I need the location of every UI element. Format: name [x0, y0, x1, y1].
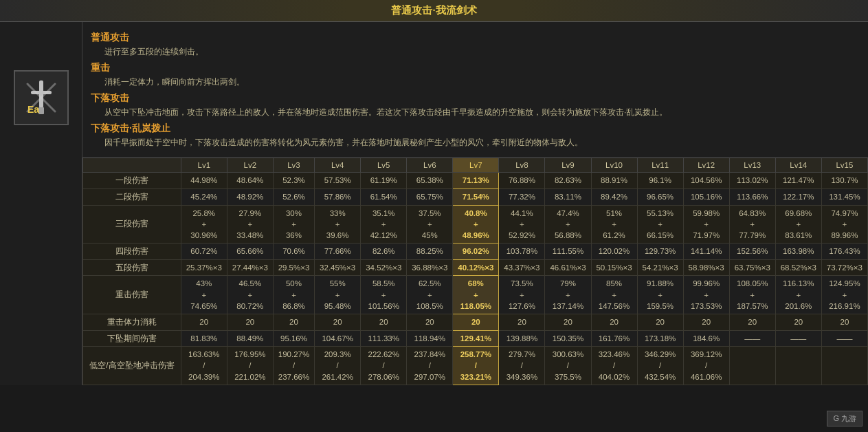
col-header-lv2: Lv2: [227, 158, 273, 173]
table-row: 重击体力消耗202020202020202020202020202020: [83, 314, 868, 330]
section-charged-desc: 消耗一定体力，瞬间向前方挥出两剑。: [104, 76, 860, 88]
cell-r6-c9: 20: [591, 314, 637, 330]
right-panel: 普通攻击 进行至多五段的连续剑击。 重击 消耗一定体力，瞬间向前方挥出两剑。 下…: [82, 22, 868, 385]
col-header-lv13: Lv13: [729, 158, 775, 173]
cell-r2-c4: 35.1% + 42.12%: [361, 205, 407, 243]
cell-r8-c12: [729, 347, 775, 385]
cell-r2-c2: 30% + 36%: [273, 205, 314, 243]
table-row: 五段伤害25.37%×327.44%×329.5%×332.45%×334.52…: [83, 259, 868, 276]
cell-r8-c1: 176.95% / 221.02%: [227, 347, 273, 385]
description-area: 普通攻击 进行至多五段的连续剑击。 重击 消耗一定体力，瞬间向前方挥出两剑。 下…: [82, 22, 868, 158]
cell-r8-c8: 300.63% / 375.5%: [545, 347, 591, 385]
cell-r8-c5: 237.84% / 297.07%: [407, 347, 453, 385]
cell-r1-c14: 131.45%: [821, 188, 867, 205]
left-panel: Ea: [0, 22, 82, 385]
cell-r7-c8: 150.35%: [545, 330, 591, 347]
cell-r8-c14: [821, 347, 867, 385]
row-label-3: 四段伤害: [83, 243, 181, 259]
cell-r6-c1: 20: [227, 314, 273, 330]
cell-r4-c5: 36.88%×3: [407, 259, 453, 276]
cell-r2-c6: 40.8% + 48.96%: [453, 205, 499, 243]
top-title-bar: 普通攻击·我流剑术: [0, 0, 868, 22]
cell-r0-c9: 88.91%: [591, 173, 637, 189]
cell-r4-c8: 46.61%×3: [545, 259, 591, 276]
cell-r0-c4: 61.19%: [361, 173, 407, 189]
cell-r1-c7: 77.32%: [499, 188, 545, 205]
row-label-0: 一段伤害: [83, 173, 181, 189]
cell-r3-c12: 152.56%: [729, 243, 775, 259]
table-row: 二段伤害45.24%48.92%52.6%57.86%61.54%65.75%7…: [83, 188, 868, 205]
col-header-lv15: Lv15: [821, 158, 867, 173]
cell-r0-c3: 57.53%: [315, 173, 361, 189]
cell-r0-c0: 44.98%: [181, 173, 227, 189]
cell-r5-c10: 91.88% + 159.5%: [637, 276, 683, 314]
cell-r3-c10: 129.73%: [637, 243, 683, 259]
cell-r8-c9: 323.46% / 404.02%: [591, 347, 637, 385]
cell-r2-c14: 74.97% + 89.96%: [821, 205, 867, 243]
cell-r1-c11: 105.16%: [683, 188, 729, 205]
cell-r0-c6: 71.13%: [453, 173, 499, 189]
cell-r1-c3: 57.86%: [315, 188, 361, 205]
cell-r3-c11: 141.14%: [683, 243, 729, 259]
cell-r5-c6: 68% + 118.05%: [453, 276, 499, 314]
table-row: 四段伤害60.72%65.66%70.6%77.66%82.6%88.25%96…: [83, 243, 868, 259]
col-header-lv12: Lv12: [683, 158, 729, 173]
cell-r1-c2: 52.6%: [273, 188, 314, 205]
cell-r0-c8: 82.63%: [545, 173, 591, 189]
cell-r4-c13: 68.52%×3: [775, 259, 821, 276]
cell-r5-c12: 108.05% + 187.57%: [729, 276, 775, 314]
cell-r8-c4: 222.62% / 278.06%: [361, 347, 407, 385]
cell-r5-c7: 73.5% + 127.6%: [499, 276, 545, 314]
col-header-lv3: Lv3: [273, 158, 314, 173]
cell-r4-c0: 25.37%×3: [181, 259, 227, 276]
cell-r8-c2: 190.27% / 237.66%: [273, 347, 314, 385]
cell-r1-c4: 61.54%: [361, 188, 407, 205]
section-normal-title: 普通攻击: [91, 32, 860, 44]
col-header-lv10: Lv10: [591, 158, 637, 173]
cell-r3-c2: 70.6%: [273, 243, 314, 259]
col-header-lv8: Lv8: [499, 158, 545, 173]
cell-r1-c6: 71.54%: [453, 188, 499, 205]
row-label-5: 重击伤害: [83, 276, 181, 314]
cell-r8-c11: 369.12% / 461.06%: [683, 347, 729, 385]
table-row: 一段伤害44.98%48.64%52.3%57.53%61.19%65.38%7…: [83, 173, 868, 189]
table-body: 一段伤害44.98%48.64%52.3%57.53%61.19%65.38%7…: [83, 173, 868, 385]
cell-r6-c14: 20: [821, 314, 867, 330]
cell-r0-c1: 48.64%: [227, 173, 273, 189]
cell-r2-c10: 55.13% + 66.15%: [637, 205, 683, 243]
cell-r1-c5: 65.75%: [407, 188, 453, 205]
cell-r7-c0: 81.83%: [181, 330, 227, 347]
cell-r0-c12: 113.02%: [729, 173, 775, 189]
cell-r5-c14: 124.95% + 216.91%: [821, 276, 867, 314]
cell-r4-c6: 40.12%×3: [453, 259, 499, 276]
cell-r5-c8: 79% + 137.14%: [545, 276, 591, 314]
cell-r1-c8: 83.11%: [545, 188, 591, 205]
cell-r7-c2: 95.16%: [273, 330, 314, 347]
cell-r1-c1: 48.92%: [227, 188, 273, 205]
cell-r2-c9: 51% + 61.2%: [591, 205, 637, 243]
cell-r2-c5: 37.5% + 45%: [407, 205, 453, 243]
cell-r2-c12: 64.83% + 77.79%: [729, 205, 775, 243]
cell-r3-c3: 77.66%: [315, 243, 361, 259]
cell-r6-c10: 20: [637, 314, 683, 330]
cell-r2-c7: 44.1% + 52.92%: [499, 205, 545, 243]
col-header-lv7: Lv7: [453, 158, 499, 173]
cell-r0-c13: 121.47%: [775, 173, 821, 189]
cell-r4-c4: 34.52%×3: [361, 259, 407, 276]
cell-r4-c11: 58.98%×3: [683, 259, 729, 276]
cell-r6-c12: 20: [729, 314, 775, 330]
cell-r4-c10: 54.21%×3: [637, 259, 683, 276]
cell-r6-c3: 20: [315, 314, 361, 330]
cell-r5-c3: 55% + 95.48%: [315, 276, 361, 314]
col-header-lv6: Lv6: [407, 158, 453, 173]
cell-r6-c6: 20: [453, 314, 499, 330]
cell-r5-c5: 62.5% + 108.5%: [407, 276, 453, 314]
cell-r6-c4: 20: [361, 314, 407, 330]
cell-r3-c1: 65.66%: [227, 243, 273, 259]
col-header-lv11: Lv11: [637, 158, 683, 173]
col-header-lv9: Lv9: [545, 158, 591, 173]
cell-r5-c11: 99.96% + 173.53%: [683, 276, 729, 314]
cell-r6-c0: 20: [181, 314, 227, 330]
cell-r1-c0: 45.24%: [181, 188, 227, 205]
col-header-lv4: Lv4: [315, 158, 361, 173]
